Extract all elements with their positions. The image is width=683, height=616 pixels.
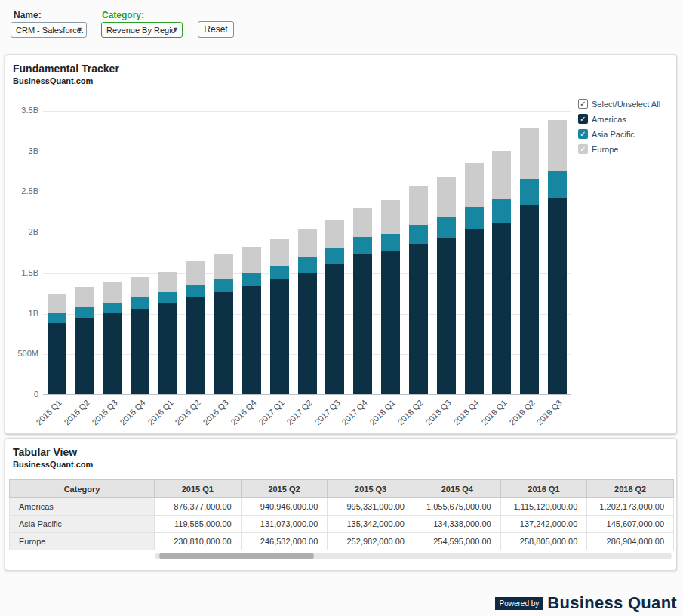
x-tick-label: 2016 Q1 [146, 398, 174, 427]
bar-segment-europe [437, 177, 456, 217]
x-tick-label: 2017 Q3 [312, 398, 341, 427]
category-label: Category: [102, 10, 144, 20]
business-quant-logo: Business Quant [547, 593, 677, 613]
bar-segment-europe [409, 186, 428, 225]
x-tick-label: 2018 Q4 [451, 398, 480, 427]
bar-2019-Q3[interactable] [548, 111, 567, 394]
table-row: Asia Pacific119,585,000.00131,073,000.00… [10, 516, 674, 533]
table-value-cell: 119,585,000.00 [155, 516, 242, 533]
table-value-cell: 230,810,000.00 [155, 533, 242, 550]
bar-2017-Q4[interactable] [353, 111, 372, 394]
bar-segment-asia-pacific [75, 307, 94, 318]
bar-segment-americas [270, 279, 289, 394]
bar-2016-Q3[interactable] [214, 111, 233, 394]
legend-item-asia-pacific[interactable]: ✓Asia Pacific [578, 129, 675, 139]
reset-button[interactable]: Reset [198, 21, 234, 38]
bar-segment-americas [548, 198, 567, 394]
bar-segment-asia-pacific [353, 237, 372, 254]
bar-2015-Q3[interactable] [103, 111, 122, 394]
x-tick-label: 2017 Q4 [340, 398, 369, 427]
checkbox-checked-icon[interactable]: ✓ [578, 114, 588, 124]
legend-select-all-label: Select/Unselect All [592, 100, 660, 109]
bar-2018-Q4[interactable] [465, 111, 484, 394]
bar-segment-americas [75, 318, 94, 394]
bar-segment-asia-pacific [242, 273, 261, 286]
table-value-cell: 258,805,000.00 [500, 533, 587, 550]
bar-segment-asia-pacific [492, 199, 511, 223]
bar-2018-Q1[interactable] [381, 111, 400, 394]
bar-segment-americas [186, 297, 205, 394]
table-value-cell: 1,055,675,000.00 [414, 498, 500, 516]
chart-title: Fundamental Tracker [13, 63, 119, 75]
checkbox-checked-icon[interactable]: ✓ [578, 99, 588, 109]
x-tick-label: 2019 Q2 [507, 398, 536, 427]
bar-2015-Q2[interactable] [75, 111, 94, 394]
legend-item-americas[interactable]: ✓Americas [578, 114, 675, 124]
bar-2017-Q3[interactable] [325, 111, 344, 394]
category-select[interactable]: Revenue By Regio ▼ [101, 22, 183, 38]
bar-segment-europe [48, 294, 66, 313]
y-tick-label: 1.5B [21, 268, 38, 277]
bar-segment-europe [520, 128, 539, 179]
bar-2016-Q2[interactable] [186, 111, 205, 394]
x-axis-labels: 2015 Q12015 Q22015 Q32015 Q42016 Q12016 … [43, 395, 571, 434]
bar-segment-americas [492, 223, 511, 394]
table-horizontal-scrollbar[interactable] [155, 553, 672, 559]
bar-segment-europe [242, 247, 261, 273]
table-row: Europe230,810,000.00246,532,000.00252,98… [10, 533, 674, 550]
table-category-cell: Americas [10, 498, 155, 516]
checkbox-checked-icon[interactable]: ✓ [578, 144, 588, 154]
bar-2019-Q1[interactable] [492, 111, 511, 394]
y-tick-label: 500M [17, 349, 38, 358]
table-value-cell: 940,946,000.00 [241, 498, 328, 516]
bar-2015-Q4[interactable] [131, 111, 149, 394]
scrollbar-thumb[interactable] [159, 553, 314, 559]
x-tick-label: 2015 Q3 [90, 398, 118, 427]
bar-segment-asia-pacific [158, 292, 177, 303]
bar-2019-Q2[interactable] [520, 111, 539, 394]
y-axis-labels: 0500M1B1.5B2B2.5B3B3.5B [5, 111, 38, 395]
table-value-cell: 286,904,000.00 [587, 533, 674, 550]
x-tick-label: 2016 Q2 [174, 398, 202, 427]
table-header-cell: 2016 Q2 [587, 480, 674, 498]
bar-segment-europe [325, 220, 344, 248]
y-tick-label: 3B [29, 146, 38, 156]
x-tick-label: 2018 Q1 [368, 398, 397, 427]
bar-2017-Q2[interactable] [298, 111, 317, 394]
table-header-cell: 2016 Q1 [500, 480, 587, 498]
bar-segment-europe [465, 163, 484, 207]
bar-2018-Q3[interactable] [437, 111, 456, 394]
name-select[interactable]: CRM - Salesforce. ▼ [11, 22, 87, 38]
table-value-cell: 246,532,000.00 [241, 533, 328, 550]
bar-segment-europe [270, 239, 289, 266]
bar-segment-asia-pacific [48, 313, 66, 323]
legend-item-europe[interactable]: ✓Europe [578, 144, 675, 154]
name-select-value: CRM - Salesforce. [16, 26, 84, 35]
bar-segment-asia-pacific [186, 285, 205, 297]
y-tick-label: 1B [29, 309, 38, 318]
bar-2016-Q4[interactable] [242, 111, 261, 394]
data-table: Category2015 Q12015 Q22015 Q32015 Q42016… [9, 479, 674, 550]
bar-2016-Q1[interactable] [158, 111, 177, 394]
bar-2018-Q2[interactable] [409, 111, 428, 394]
plot-area [43, 111, 571, 395]
table-category-cell: Asia Pacific [10, 516, 155, 533]
page: { "controls": { "name_label": "Name:", "… [0, 0, 683, 616]
checkbox-checked-icon[interactable]: ✓ [578, 129, 588, 139]
x-tick-label: 2018 Q3 [423, 398, 452, 427]
bar-segment-asia-pacific [548, 171, 567, 198]
bar-segment-asia-pacific [325, 248, 344, 264]
bar-segment-europe [186, 261, 205, 285]
bar-2017-Q1[interactable] [270, 111, 289, 394]
bar-segment-americas [353, 254, 372, 394]
table-header-cell: 2015 Q4 [414, 480, 500, 498]
x-tick-label: 2016 Q3 [202, 398, 230, 427]
bar-segment-asia-pacific [298, 257, 317, 272]
legend-select-all[interactable]: ✓ Select/Unselect All [578, 99, 675, 109]
tabular-subtitle: BusinessQuant.com [13, 460, 93, 469]
bar-2015-Q1[interactable] [48, 111, 66, 394]
table-header-cell: Category [10, 480, 155, 498]
y-tick-label: 2B [29, 227, 38, 236]
bar-segment-americas [242, 286, 261, 394]
bar-segment-europe [353, 208, 372, 237]
